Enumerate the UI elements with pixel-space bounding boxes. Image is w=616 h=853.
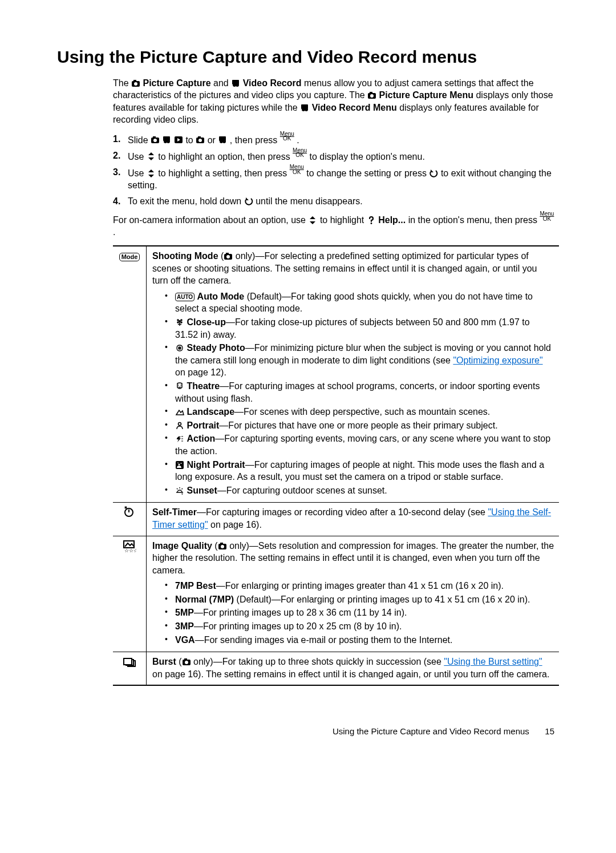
text: Steady Photo xyxy=(187,343,245,353)
step-number: 3. xyxy=(113,166,128,192)
text: —For printing images up to 20 x 25 cm (8… xyxy=(194,621,402,631)
table-row: Image Quality ( only)—Sets resolution an… xyxy=(113,536,559,652)
step-2: 2. Use to highlight an option, then pres… xyxy=(113,149,559,163)
text: Video Record xyxy=(243,78,302,88)
text: Sunset xyxy=(187,486,217,495)
step-3: 3. Use to highlight a setting, then pres… xyxy=(113,166,559,192)
text: to highlight a setting, then press xyxy=(158,168,289,178)
table-row: Burst ( only)—For taking up to three sho… xyxy=(113,652,559,685)
text: Night Portrait xyxy=(187,460,245,470)
text: Video Record Menu xyxy=(312,103,397,112)
question-icon xyxy=(367,216,376,225)
playback-icon xyxy=(174,135,183,144)
text: —For printing images up to 28 x 36 cm (1… xyxy=(194,608,407,617)
text: Picture Capture Menu xyxy=(379,90,473,100)
text: Theatre xyxy=(187,381,220,391)
list-item: • Night Portrait—For capturing images of… xyxy=(152,459,554,483)
text: Landscape xyxy=(187,407,234,417)
row-content: Image Quality ( only)—Sets resolution an… xyxy=(147,536,559,652)
menu-ok-icon: MenuOK xyxy=(280,132,294,142)
text: Portrait xyxy=(187,421,219,430)
text: 7MP Best xyxy=(175,581,216,591)
camera-icon xyxy=(151,135,160,144)
theatre-icon xyxy=(175,382,184,391)
menu-ok-icon: MenuOK xyxy=(540,212,554,221)
page-title: Using the Picture Capture and Video Reco… xyxy=(57,46,559,69)
text: Picture Capture xyxy=(143,78,210,88)
page-number: 15 xyxy=(532,726,554,737)
text: —For scenes with deep perspective, such … xyxy=(234,407,490,417)
steps-list: 1. Slide to or , then press MenuOK . 2. … xyxy=(113,133,559,207)
help-note: For on-camera information about an optio… xyxy=(113,213,559,238)
step-number: 1. xyxy=(113,133,128,146)
text: until the menu disappears. xyxy=(256,196,363,206)
video-icon xyxy=(231,79,240,88)
row-content: Self-Timer—For capturing images or recor… xyxy=(147,503,559,535)
text: to xyxy=(185,135,196,144)
list-item: • Sunset—For capturing outdoor scenes at… xyxy=(152,484,554,497)
row-icon-cell: Mode xyxy=(113,246,147,502)
camera-icon xyxy=(367,91,376,100)
row-icon-cell xyxy=(113,536,147,652)
text: Image Quality xyxy=(152,541,212,551)
camera-icon xyxy=(224,252,233,261)
text: in the option's menu, then press xyxy=(408,215,540,225)
text: only)—Sets resolution and compression fo… xyxy=(152,541,554,575)
list-item: •Normal (7MP) (Default)—For enlarging or… xyxy=(152,593,554,606)
steady-photo-icon xyxy=(175,343,184,353)
camera-icon xyxy=(182,657,191,666)
list-item: • Close-up—For taking close-up pictures … xyxy=(152,316,554,341)
text: —For taking close-up pictures of subject… xyxy=(175,317,530,339)
burst-icon xyxy=(123,656,136,668)
video-icon xyxy=(162,135,171,144)
updown-icon xyxy=(147,169,156,178)
text: —For capturing sporting events, moving c… xyxy=(175,434,550,456)
list-item: • Action—For capturing sporting events, … xyxy=(152,432,554,457)
text: 3MP xyxy=(175,621,194,631)
settings-table: Mode Shooting Mode ( only)—For selecting… xyxy=(113,245,559,686)
text: Close-up xyxy=(187,317,225,327)
menu-ok-icon: MenuOK xyxy=(290,165,304,175)
back-icon xyxy=(244,197,253,206)
step-number: 4. xyxy=(113,195,128,208)
page-footer: Using the Picture Capture and Video Reco… xyxy=(57,726,559,737)
link-optimizing-exposure[interactable]: "Optimizing exposure" xyxy=(453,355,542,365)
text: Normal (7MP) xyxy=(175,595,234,604)
text: VGA xyxy=(175,635,195,645)
video-icon xyxy=(300,103,309,112)
landscape-icon xyxy=(175,407,184,417)
link-burst[interactable]: "Using the Burst setting" xyxy=(444,657,542,666)
list-item: • Portrait—For pictures that have one or… xyxy=(152,419,554,432)
action-icon xyxy=(175,434,184,443)
text: to highlight xyxy=(320,215,367,225)
row-icon-cell xyxy=(113,503,147,535)
back-icon xyxy=(429,169,438,178)
list-item: • Steady Photo—For minimizing picture bl… xyxy=(152,342,554,379)
text: . xyxy=(297,135,299,144)
text: To exit the menu, hold down xyxy=(128,196,244,206)
text: —For capturing images or recording video… xyxy=(197,507,488,517)
text: and xyxy=(213,78,231,88)
row-content: Shooting Mode ( only)—For selecting a pr… xyxy=(147,246,559,502)
table-row: Mode Shooting Mode ( only)—For selecting… xyxy=(113,246,559,502)
camera-icon xyxy=(196,135,205,144)
text: only)—For taking up to three shots quick… xyxy=(193,657,444,666)
video-icon xyxy=(218,135,227,144)
intro-paragraph: The Picture Capture and Video Record men… xyxy=(113,77,559,126)
footer-label: Using the Picture Capture and Video Reco… xyxy=(333,726,529,736)
image-quality-icon xyxy=(123,540,136,553)
row-icon-cell xyxy=(113,652,147,685)
step-1: 1. Slide to or , then press MenuOK . xyxy=(113,133,559,146)
portrait-icon xyxy=(175,421,184,430)
text: —For pictures that have one or more peop… xyxy=(219,421,497,430)
text: Help... xyxy=(378,215,406,225)
mode-chip-icon: Mode xyxy=(119,253,140,261)
text: , then press xyxy=(230,135,280,144)
list-item: •3MP—For printing images up to 20 x 25 c… xyxy=(152,620,554,633)
list-item: • Landscape—For scenes with deep perspec… xyxy=(152,406,554,418)
night-portrait-icon xyxy=(175,460,184,470)
step-4: 4. To exit the menu, hold down until the… xyxy=(113,195,559,208)
text: on page 16). xyxy=(208,520,262,529)
self-timer-icon xyxy=(123,506,136,519)
text: to change the setting or press xyxy=(306,168,429,178)
